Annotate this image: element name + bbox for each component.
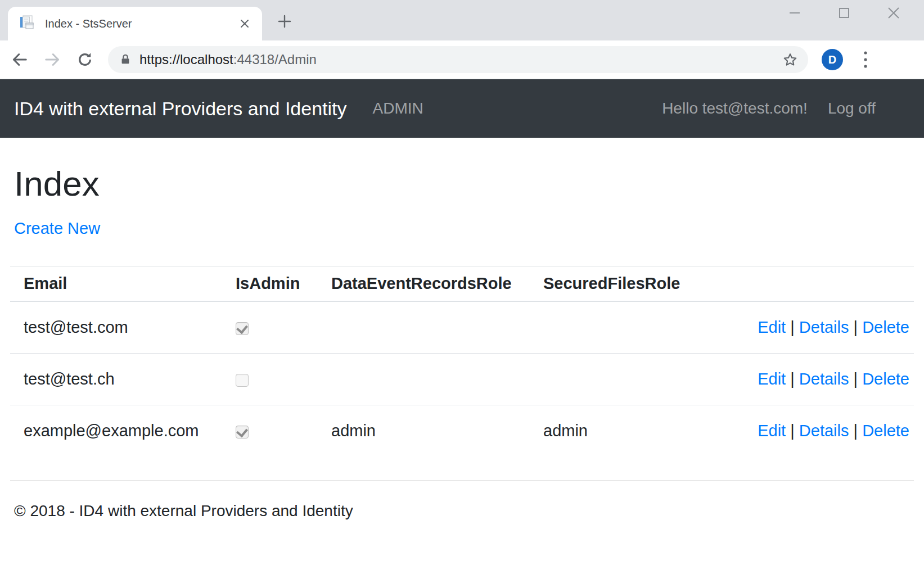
users-table: Email IsAdmin DataEventRecordsRole Secur… [10, 266, 914, 456]
browser-toolbar: https://localhost:44318/Admin D [0, 40, 924, 79]
action-separator: | [854, 422, 858, 440]
isadmin-checkbox[interactable] [236, 374, 249, 387]
url-host: https://localhost [139, 52, 233, 67]
table-row: test@test.com Edit | Details | Delete [10, 301, 914, 354]
isadmin-checkbox[interactable] [236, 322, 249, 335]
action-separator: | [790, 422, 795, 440]
cell-securedfilesrole [530, 354, 698, 405]
details-link[interactable]: Details [799, 422, 849, 440]
site-favicon-icon [18, 15, 36, 33]
header-isadmin: IsAdmin [222, 266, 318, 302]
forward-button[interactable] [39, 47, 65, 73]
create-new-link[interactable]: Create New [14, 219, 100, 238]
https-lock-icon[interactable] [119, 53, 132, 66]
window-maximize-button[interactable] [819, 0, 869, 26]
new-tab-button[interactable] [274, 11, 295, 31]
details-link[interactable]: Details [799, 370, 849, 388]
window-minimize-button[interactable] [770, 0, 819, 26]
page-content: Index Create New Email IsAdmin DataEvent… [0, 164, 924, 520]
navbar-brand[interactable]: ID4 with external Providers and Identity [14, 98, 347, 120]
page-footer: © 2018 - ID4 with external Providers and… [10, 502, 914, 520]
table-row: example@example.com admin admin Edit | D… [10, 405, 914, 457]
delete-link[interactable]: Delete [862, 422, 909, 440]
delete-link[interactable]: Delete [862, 318, 909, 336]
edit-link[interactable]: Edit [758, 318, 786, 336]
url-text[interactable]: https://localhost:44318/Admin [139, 52, 782, 67]
back-button[interactable] [7, 47, 33, 73]
logoff-link[interactable]: Log off [828, 100, 876, 117]
details-link[interactable]: Details [799, 318, 849, 336]
header-email: Email [10, 266, 222, 302]
window-controls [770, 0, 918, 26]
cell-email: example@example.com [10, 405, 222, 457]
user-greeting: Hello test@test.com! [662, 100, 808, 117]
reload-button[interactable] [72, 47, 98, 73]
cell-dataeventrecordsrole: admin [318, 405, 530, 457]
browser-tab-strip: Index - StsServer [0, 0, 924, 40]
tab-close-icon[interactable] [238, 17, 251, 30]
isadmin-checkbox[interactable] [236, 426, 249, 439]
action-separator: | [790, 318, 795, 336]
action-separator: | [854, 370, 858, 388]
header-actions [698, 266, 914, 302]
nav-admin-link[interactable]: ADMIN [373, 100, 423, 117]
cell-email: test@test.ch [10, 354, 222, 405]
profile-avatar[interactable]: D [822, 49, 843, 70]
browser-menu-icon[interactable] [855, 47, 876, 73]
address-bar[interactable]: https://localhost:44318/Admin [108, 46, 808, 73]
table-row: test@test.ch Edit | Details | Delete [10, 354, 914, 405]
url-path: :44318/Admin [233, 52, 317, 67]
header-securedfilesrole: SecuredFilesRole [530, 266, 698, 302]
cell-email: test@test.com [10, 301, 222, 354]
edit-link[interactable]: Edit [758, 422, 786, 440]
table-header-row: Email IsAdmin DataEventRecordsRole Secur… [10, 266, 914, 302]
cell-dataeventrecordsrole [318, 301, 530, 354]
site-navbar: ID4 with external Providers and Identity… [0, 79, 924, 138]
action-separator: | [854, 318, 858, 336]
edit-link[interactable]: Edit [758, 370, 786, 388]
page-title: Index [14, 164, 914, 204]
cell-dataeventrecordsrole [318, 354, 530, 405]
browser-tab[interactable]: Index - StsServer [8, 7, 262, 40]
bookmark-star-icon[interactable] [782, 52, 798, 67]
delete-link[interactable]: Delete [862, 370, 909, 388]
window-close-button[interactable] [869, 0, 918, 26]
header-dataeventrecordsrole: DataEventRecordsRole [318, 266, 530, 302]
copyright-text: © 2018 - ID4 with external Providers and… [14, 502, 914, 520]
cell-securedfilesrole [530, 301, 698, 354]
cell-securedfilesrole: admin [530, 405, 698, 457]
action-separator: | [790, 370, 795, 388]
footer-divider [10, 480, 914, 481]
tab-title: Index - StsServer [45, 17, 238, 30]
